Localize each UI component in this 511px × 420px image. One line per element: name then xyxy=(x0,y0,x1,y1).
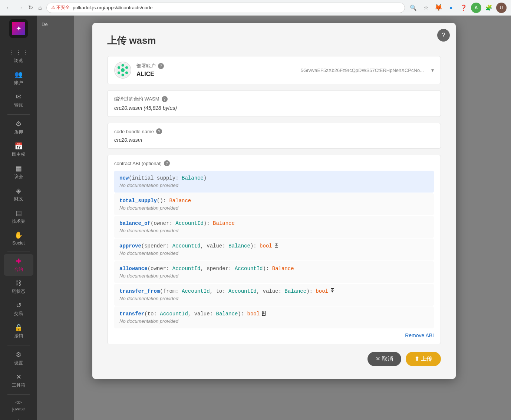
logo-icon: ✦ xyxy=(12,22,25,35)
sidebar-item-treasury[interactable]: ◈ 财政 xyxy=(4,184,33,205)
help-circle-button[interactable]: ❓ xyxy=(458,3,469,13)
logo[interactable]: ✦ xyxy=(9,19,28,38)
sidebar-item-democracy[interactable]: 📅 民主权 xyxy=(4,139,33,161)
sidebar-item-staking[interactable]: ⚙ 质押 xyxy=(4,117,33,138)
divider-4 xyxy=(7,394,30,395)
sidebar-item-revoke[interactable]: 🔒 撤销 xyxy=(4,321,33,342)
abi-signature-total-supply: total_supply(): Balance xyxy=(119,198,429,204)
democracy-icon: 📅 xyxy=(14,142,23,150)
chainstate-icon: ⛓ xyxy=(15,279,22,287)
abi-type-balance-new: Balance xyxy=(182,175,204,181)
abi-close-balance-of: ): xyxy=(204,220,213,226)
abi-kw-allowance: allowance xyxy=(119,266,148,272)
cancel-button[interactable]: ✕ 取消 xyxy=(367,352,401,366)
abi-return-approve: bool xyxy=(260,243,272,249)
abi-item-new[interactable]: new(initial_supply: Balance) No document… xyxy=(114,171,434,193)
abi-type-owner-allowance: AccountId xyxy=(172,266,201,272)
abi-kw-transfer: transfer xyxy=(119,311,144,317)
fox-extension-button[interactable]: 🦊 xyxy=(433,3,444,13)
sidebar-item-label: 财政 xyxy=(14,196,23,202)
abi-comma2-transfer-from: , value: xyxy=(257,288,285,294)
url-bar[interactable]: ⚠ 不安全 polkadot.js.org/apps/#/contracts/c… xyxy=(46,3,405,13)
abi-paren-new: (initial_supply: xyxy=(129,175,182,181)
abi-doc-new: No documentation provided xyxy=(119,183,429,188)
back-button[interactable]: ← xyxy=(4,4,13,12)
abi-item-transfer-from[interactable]: transfer_from(from: AccountId, to: Accou… xyxy=(114,284,434,306)
browser-navigation: ← → ↻ ⌂ xyxy=(4,3,43,12)
abi-help-icon[interactable]: ? xyxy=(164,160,170,166)
bookmark-button[interactable]: ☆ xyxy=(421,3,431,13)
divider-2 xyxy=(7,252,30,252)
sidebar-item-extrinsics[interactable]: ↺ 交易 xyxy=(4,298,33,320)
dialog-actions: ✕ 取消 ⬆ 上传 xyxy=(107,352,441,368)
abi-signature-transfer: transfer(to: AccountId, value: Balance):… xyxy=(119,311,429,317)
dot-button[interactable]: ● xyxy=(446,3,456,13)
abi-return-allowance: Balance xyxy=(272,266,294,272)
abi-kw-balance-of: balance_of xyxy=(119,220,151,226)
abi-return-balance-of: Balance xyxy=(213,220,235,226)
abi-doc-balance-of: No documentation provided xyxy=(119,228,429,233)
sidebar-item-tools[interactable]: ✕ 工具箱 xyxy=(4,370,33,391)
account-dropdown-arrow[interactable]: ▾ xyxy=(431,67,434,73)
abi-item-transfer[interactable]: transfer(to: AccountId, value: Balance):… xyxy=(114,306,434,328)
sidebar-item-society[interactable]: ✋ Societ xyxy=(4,228,33,249)
upload-button[interactable]: ⬆ 上传 xyxy=(406,352,441,366)
abi-open-allowance: (owner: xyxy=(148,266,172,272)
upload-wasm-dialog: ? 上传 wasm xyxy=(92,23,456,379)
javascript-icon: </> xyxy=(15,400,22,405)
security-warning: ⚠ 不安全 xyxy=(51,4,70,11)
abi-type-owner: AccountId xyxy=(175,220,204,226)
abi-comma-allowance: , spender: xyxy=(200,266,234,272)
abi-return-total-supply: Balance xyxy=(169,198,191,204)
account-name: ALICE xyxy=(136,71,154,77)
contracts-icon: ✚ xyxy=(16,257,22,265)
sidebar-item-javascript[interactable]: </> javasc xyxy=(4,397,33,414)
deploy-account-help-icon[interactable]: ? xyxy=(158,63,164,69)
account-button[interactable]: A xyxy=(471,3,481,13)
sidebar-item-contracts[interactable]: ✚ 合约 xyxy=(4,254,33,276)
sidebar-item-label: 工具箱 xyxy=(12,382,25,388)
svg-point-1 xyxy=(122,64,124,67)
refresh-button[interactable]: ↻ xyxy=(27,3,34,12)
abi-signature-balance-of: balance_of(owner: AccountId): Balance xyxy=(119,220,429,226)
browser-icons: 🔍 ☆ 🦊 ● ❓ A 🧩 U xyxy=(408,3,507,13)
dialog-help-button[interactable]: ? xyxy=(437,29,450,42)
abi-open-transfer-from: (from: xyxy=(160,288,182,294)
sidebar-item-council[interactable]: ▦ 议会 xyxy=(4,161,33,183)
abi-open-approve: (spender: xyxy=(141,243,172,249)
home-button[interactable]: ⌂ xyxy=(37,4,43,12)
sidebar-item-label: 设置 xyxy=(14,360,23,366)
abi-close-transfer-from: ): xyxy=(306,288,316,294)
svg-point-4 xyxy=(122,74,124,76)
sidebar-item-explore[interactable]: ⋮⋮⋮ 浏览 xyxy=(4,45,33,67)
abi-item-approve[interactable]: approve(spender: AccountId, value: Balan… xyxy=(114,239,434,260)
user-avatar[interactable]: U xyxy=(496,3,507,13)
settings-icon: ⚙ xyxy=(16,351,22,359)
sidebar-item-transfer[interactable]: ✉ 转账 xyxy=(4,90,33,111)
account-address: 5GrwvaEF5zXb26Fz9rcQpDWS57CtERHpNehXCPcN… xyxy=(301,68,424,73)
abi-doc-approve: No documentation provided xyxy=(119,250,429,256)
svg-point-3 xyxy=(125,72,128,74)
abi-type-value-transfer: Balance xyxy=(216,311,238,317)
sidebar-item-accounts[interactable]: 👥 账户 xyxy=(4,68,33,89)
sidebar-item-github[interactable]: ✱ GitHub xyxy=(4,415,33,420)
dialog-overlay: ? 上传 wasm xyxy=(37,16,511,420)
bundle-help-icon[interactable]: ? xyxy=(156,128,162,134)
sidebar-item-settings[interactable]: ⚙ 设置 xyxy=(4,348,33,369)
abi-item-balance-of[interactable]: balance_of(owner: AccountId): Balance No… xyxy=(114,216,434,238)
remove-abi-button[interactable]: Remove ABI xyxy=(405,332,434,338)
abi-close-approve: ): xyxy=(250,243,260,249)
puzzle-button[interactable]: 🧩 xyxy=(484,3,494,13)
abi-item-total-supply[interactable]: total_supply(): Balance No documentation… xyxy=(114,193,434,215)
forward-button[interactable]: → xyxy=(16,4,24,12)
abi-item-allowance[interactable]: allowance(owner: AccountId, spender: Acc… xyxy=(114,261,434,283)
svg-point-6 xyxy=(118,66,120,69)
abi-doc-transfer-from: No documentation provided xyxy=(119,296,429,301)
sidebar-item-tech[interactable]: ▤ 技术委 xyxy=(4,206,33,227)
sidebar-item-chainstate[interactable]: ⛓ 链状态 xyxy=(4,276,33,298)
search-button[interactable]: 🔍 xyxy=(408,3,418,13)
abi-db-transfer-from: 🗄 xyxy=(330,288,335,294)
wasm-help-icon[interactable]: ? xyxy=(162,96,168,102)
abi-type-value-approve: Balance xyxy=(228,243,250,249)
abi-open-balance-of: (owner: xyxy=(151,220,175,226)
